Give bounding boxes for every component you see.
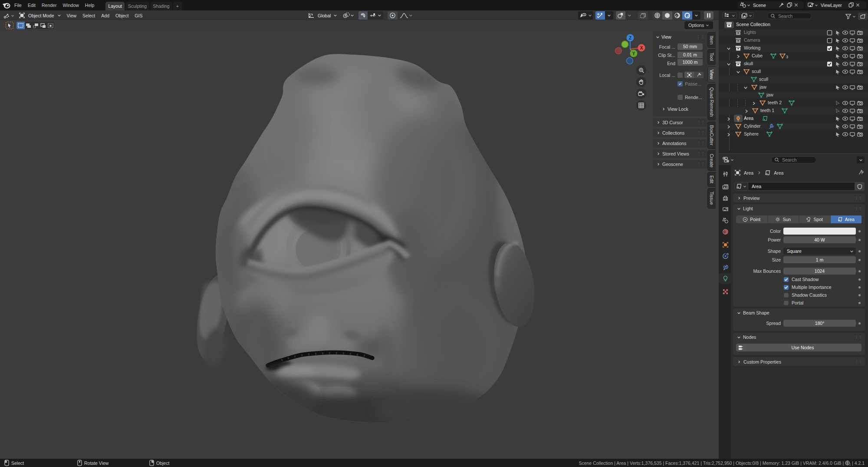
svg-text:X: X	[640, 46, 643, 50]
svg-text:2: 2	[849, 463, 851, 466]
svg-text:Z: Z	[629, 36, 631, 40]
svg-text:Y: Y	[632, 51, 635, 56]
